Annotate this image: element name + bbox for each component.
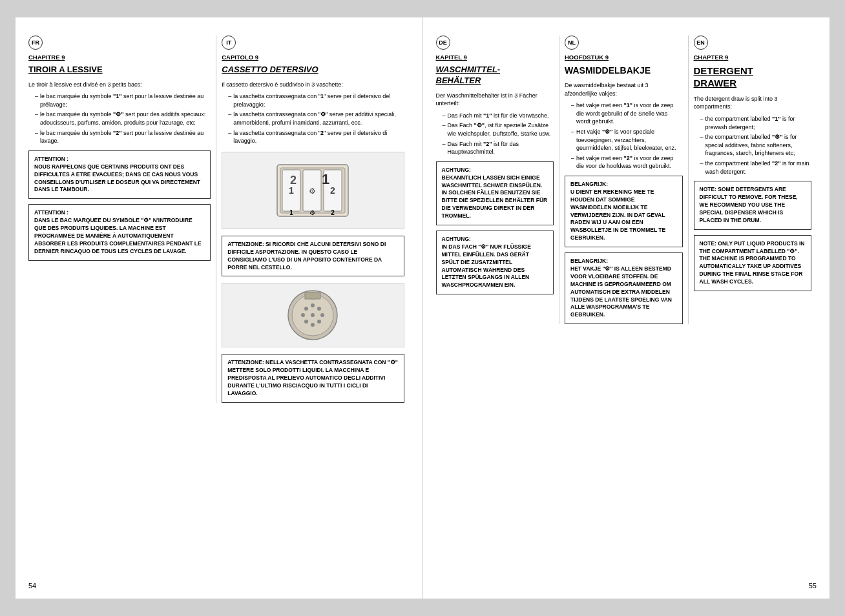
svg-text:2: 2 xyxy=(330,185,335,196)
warning1-it-title: ATTENZIONE: SI RICORDI CHE ALCUNI DETERS… xyxy=(227,241,386,271)
svg-point-18 xyxy=(301,313,305,317)
chapter-label-de: KAPITEL 9 xyxy=(436,54,554,62)
svg-point-21 xyxy=(304,320,308,323)
bullets-it: la vaschetta contrassegnata con "1" serv… xyxy=(222,92,404,145)
bullet-de-3: Das Fach mit "2" ist für das Hauptwaschm… xyxy=(443,140,554,156)
chapter-label-en: CHAPTER 9 xyxy=(694,54,812,62)
drawer-image-top: 1 ⚙ 2 1 ⚙ 2 1 2 xyxy=(222,152,404,229)
warning2-it: ATTENZIONE: NELLA VASCHETTA CONTRASSEGNA… xyxy=(222,354,404,402)
lang-badge-fr: FR xyxy=(28,36,43,50)
warning2-nl: BELANGRIJK:HET VAKJE "⚙" IS ALLEEN BESTE… xyxy=(565,252,683,324)
section-title-fr: TIROIR A LESSIVE xyxy=(28,65,211,76)
warning2-en: NOTE: ONLY PUT LIQUID PRODUCTS IN THE CO… xyxy=(694,235,812,291)
bullet-it-2: la vaschetta contrassegnata con "⚙" serv… xyxy=(228,110,404,127)
col-en: EN CHAPTER 9 DETERGENTDRAWER The deterge… xyxy=(689,36,817,324)
bullet-fr-1: le bac marquée du symbole "1" sert pour … xyxy=(35,92,211,108)
bullet-en-1: the compartment labelled "1" is for prew… xyxy=(700,115,812,131)
warning2-fr-title: ATTENTION :DANS LE BAC MARQUEE DU SYMBOL… xyxy=(34,209,202,254)
bullet-nl-3: het vakje met een "2" is voor de zeep di… xyxy=(571,154,683,170)
book-spread: FR CHAPITRE 9 TIROIR A LESSIVE Le tiroir… xyxy=(16,17,829,599)
intro-fr: Le tiroir à lessive est divisé en 3 peti… xyxy=(28,81,211,89)
section-title-it: CASSETTO DETERSIVO xyxy=(222,65,404,76)
page-right: DE KAPITEL 9 WASCHMITTEL-BEHÄLTER Der Wa… xyxy=(423,17,830,599)
page-number-right: 55 xyxy=(809,582,817,590)
chapter-label-fr: CHAPITRE 9 xyxy=(28,54,211,62)
right-columns: DE KAPITEL 9 WASCHMITTEL-BEHÄLTER Der Wa… xyxy=(436,36,817,324)
warning1-en: NOTE: SOME DETERGENTS ARE DIFFICULT TO R… xyxy=(694,181,812,229)
bullets-de: Das Fach mit "1" ist für die Vorwäsche. … xyxy=(436,112,554,156)
svg-rect-25 xyxy=(305,293,320,299)
col-de: DE KAPITEL 9 WASCHMITTEL-BEHÄLTER Der Wa… xyxy=(436,36,560,324)
warning1-fr-title: ATTENTION :NOUS RAPPELONS QUE CERTAINS P… xyxy=(34,156,200,193)
col-it: IT CAPITOLO 9 CASSETTO DETERSIVO Il cass… xyxy=(216,36,409,403)
warning1-en-title: NOTE: SOME DETERGENTS ARE DIFFICULT TO R… xyxy=(700,186,798,223)
warning1-de-title: ACHTUNG:BEKANNTLICH LASSEN SICH EINIGE W… xyxy=(442,167,548,219)
intro-it: Il cassetto detersivo è suddiviso in 3 v… xyxy=(222,81,404,89)
intro-nl: De wasmiddelbakje bestaat uit 3 afzonder… xyxy=(565,81,683,98)
page-number-left: 54 xyxy=(28,582,36,590)
svg-point-17 xyxy=(317,307,321,311)
bullet-it-3: la vaschetta contrassegnata con "2" serv… xyxy=(228,129,404,145)
chapter-label-it: CAPITOLO 9 xyxy=(222,54,404,62)
svg-text:2: 2 xyxy=(290,174,297,187)
warning2-fr: ATTENTION :DANS LE BAC MARQUEE DU SYMBOL… xyxy=(28,204,211,260)
svg-text:1: 1 xyxy=(289,185,294,196)
warning2-de: ACHTUNG:IN DAS FACH "⚙" NUR FLÜSSIGE MIT… xyxy=(436,231,554,294)
bullet-de-1: Das Fach mit "1" ist für die Vorwäsche. xyxy=(443,112,554,120)
warning1-nl: BELANGRIJK:U DIENT ER REKENING MEE TE HO… xyxy=(565,176,683,247)
svg-text:1: 1 xyxy=(290,209,294,216)
warning1-de: ACHTUNG:BEKANNTLICH LASSEN SICH EINIGE W… xyxy=(436,161,554,225)
svg-point-23 xyxy=(317,320,321,323)
svg-point-19 xyxy=(311,313,315,317)
bullets-en: the compartment labelled "1" is for prew… xyxy=(694,115,812,176)
svg-point-22 xyxy=(311,323,315,327)
chapter-label-nl: HOOFDSTUK 9 xyxy=(565,54,683,62)
section-title-en: DETERGENTDRAWER xyxy=(694,65,812,90)
intro-en: The detergent draw is split into 3 compa… xyxy=(694,95,812,111)
svg-text:1: 1 xyxy=(322,171,329,187)
svg-text:⚙: ⚙ xyxy=(309,209,315,216)
svg-point-20 xyxy=(320,313,324,317)
col-fr: FR CHAPITRE 9 TIROIR A LESSIVE Le tiroir… xyxy=(28,36,216,403)
bullet-it-1: la vaschetta contrassegnata con "1" serv… xyxy=(228,92,404,108)
section-title-de: WASCHMITTEL-BEHÄLTER xyxy=(436,65,554,87)
svg-point-16 xyxy=(311,303,315,307)
lang-badge-de: DE xyxy=(436,36,450,50)
ball-image xyxy=(222,283,404,347)
warning1-nl-title: BELANGRIJK:U DIENT ER REKENING MEE TE HO… xyxy=(570,181,665,241)
left-columns: FR CHAPITRE 9 TIROIR A LESSIVE Le tiroir… xyxy=(28,36,410,403)
page-left: FR CHAPITRE 9 TIROIR A LESSIVE Le tiroir… xyxy=(16,17,423,599)
bullets-fr: le bac marquée du symbole "1" sert pour … xyxy=(28,92,211,145)
warning1-it: ATTENZIONE: SI RICORDI CHE ALCUNI DETERS… xyxy=(222,236,404,277)
warning2-it-title: ATTENZIONE: NELLA VASCHETTA CONTRASSEGNA… xyxy=(227,359,398,396)
warning2-nl-title: BELANGRIJK:HET VAKJE "⚙" IS ALLEEN BESTE… xyxy=(570,258,672,318)
bullets-nl: het vakje met een "1" is voor de zeep di… xyxy=(565,101,683,170)
bullet-nl-1: het vakje met een "1" is voor de zeep di… xyxy=(571,101,683,126)
bullet-de-2: Das Fach "⚙", ist für spezielle Zusätze … xyxy=(443,121,554,138)
warning2-en-title: NOTE: ONLY PUT LIQUID PRODUCTS IN THE CO… xyxy=(700,240,805,285)
lang-badge-it: IT xyxy=(222,36,236,50)
lang-badge-nl: NL xyxy=(565,36,579,50)
bullet-fr-3: le bac marquée du symbole "2" sert pour … xyxy=(35,129,211,145)
svg-point-15 xyxy=(304,307,308,311)
warning1-fr: ATTENTION :NOUS RAPPELONS QUE CERTAINS P… xyxy=(28,150,211,199)
bullet-en-2: the compartment labelled "⚙" is for spec… xyxy=(700,133,812,158)
svg-text:⚙: ⚙ xyxy=(309,187,316,196)
svg-text:2: 2 xyxy=(331,209,335,216)
bullet-nl-2: Het vakje "⚙" is voor speciale toevoegin… xyxy=(571,128,683,152)
bullet-en-3: the compartment labelled "2" is for main… xyxy=(700,159,812,176)
section-title-nl: WASMIDDELBAKJE xyxy=(565,65,683,76)
warning2-de-title: ACHTUNG:IN DAS FACH "⚙" NUR FLÜSSIGE MIT… xyxy=(442,236,531,288)
col-nl: NL HOOFDSTUK 9 WASMIDDELBAKJE De wasmidd… xyxy=(559,36,689,324)
intro-de: Der Waschmittelbehälter ist in 3 Fächer … xyxy=(436,92,554,108)
lang-badge-en: EN xyxy=(694,36,708,50)
bullet-fr-2: le bac marquée du symbole "⚙" sert pour … xyxy=(35,110,211,127)
